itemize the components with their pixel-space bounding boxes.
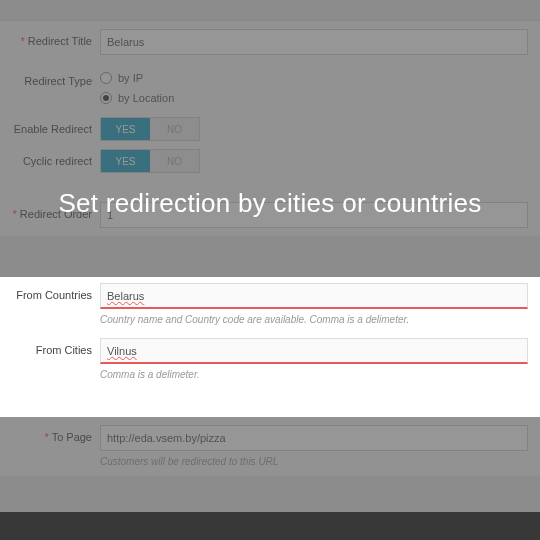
redirect-title-label: * Redirect Title — [0, 29, 100, 47]
toggle-yes: YES — [101, 118, 150, 140]
toggle-no: NO — [150, 150, 199, 172]
from-countries-label: From Countries — [0, 283, 100, 301]
to-page-hint: Customers will be redirected to this URL — [100, 455, 528, 468]
row-redirect-title: * Redirect Title — [0, 21, 540, 63]
form-panel: * Redirect Title Redirect Type by IP by … — [0, 20, 540, 236]
row-from-cities: From Cities Vilnus Comma is a delimeter. — [0, 332, 540, 387]
radio-icon — [100, 92, 112, 104]
from-countries-hint: Country name and Country code are availa… — [100, 313, 528, 326]
redirect-order-label: * Redirect Order — [0, 202, 100, 220]
form-panel-bottom: * To Page Customers will be redirected t… — [0, 417, 540, 476]
highlight-section: From Countries Belarus Country name and … — [0, 277, 540, 417]
from-cities-hint: Comma is a delimeter. — [100, 368, 528, 381]
row-redirect-type: Redirect Type by IP by Location — [0, 63, 540, 113]
cyclic-redirect-toggle[interactable]: YES NO — [100, 149, 200, 173]
cyclic-redirect-label: Cyclic redirect — [0, 149, 100, 167]
toggle-no: NO — [150, 118, 199, 140]
radio-by-location-label: by Location — [118, 92, 174, 104]
row-redirect-order: * Redirect Order — [0, 194, 540, 236]
footer-bar — [0, 512, 540, 540]
redirect-order-input[interactable] — [100, 202, 528, 228]
from-countries-input[interactable]: Belarus — [100, 283, 528, 309]
toggle-yes: YES — [101, 150, 150, 172]
redirect-title-input[interactable] — [100, 29, 528, 55]
row-enable-redirect: Enable Redirect YES NO — [0, 113, 540, 145]
radio-by-ip-label: by IP — [118, 72, 143, 84]
enable-redirect-toggle[interactable]: YES NO — [100, 117, 200, 141]
row-from-countries: From Countries Belarus Country name and … — [0, 277, 540, 332]
cyclic-hint — [100, 177, 528, 190]
radio-by-location[interactable]: by Location — [100, 89, 528, 107]
from-cities-input[interactable]: Vilnus — [100, 338, 528, 364]
from-cities-label: From Cities — [0, 338, 100, 356]
radio-icon — [100, 72, 112, 84]
to-page-input[interactable] — [100, 425, 528, 451]
radio-by-ip[interactable]: by IP — [100, 69, 528, 87]
enable-redirect-label: Enable Redirect — [0, 117, 100, 135]
redirect-type-label: Redirect Type — [0, 69, 100, 87]
row-to-page: * To Page Customers will be redirected t… — [0, 417, 540, 476]
row-cyclic-redirect: Cyclic redirect YES NO — [0, 145, 540, 194]
to-page-label: * To Page — [0, 425, 100, 443]
